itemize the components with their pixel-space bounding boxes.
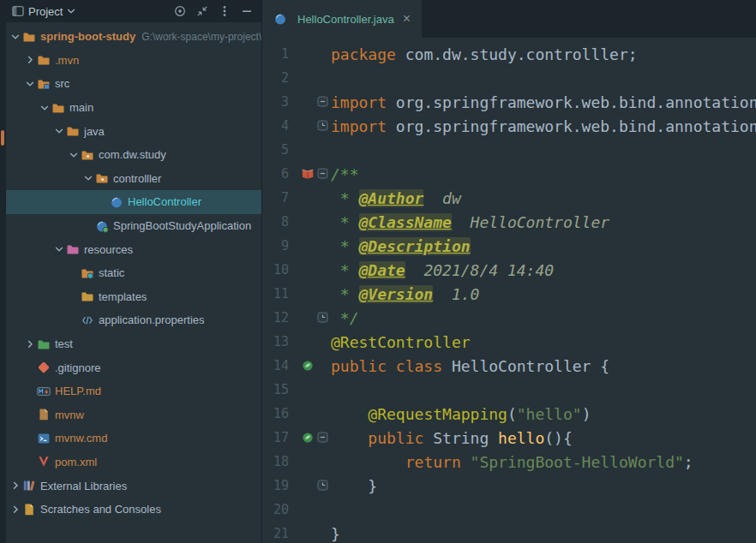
hide-panel-icon[interactable]	[236, 2, 258, 21]
code-token: org.springframework.web.bind.annotation	[396, 117, 756, 135]
code-line-9[interactable]: 9 * @Description	[262, 234, 756, 258]
tree-item-main[interactable]: main	[6, 96, 261, 120]
code-line-21[interactable]: 21}	[262, 522, 756, 543]
tree-item-src[interactable]: src	[6, 72, 261, 96]
javadoc-book-icon[interactable]	[300, 167, 315, 181]
code-text[interactable]: * @Description	[331, 237, 756, 255]
chevron-down-icon[interactable]	[51, 124, 66, 138]
code-line-14[interactable]: 14public class HelloController {	[262, 354, 756, 378]
chevron-right-icon[interactable]	[22, 53, 37, 67]
line-number: 14	[262, 358, 300, 373]
chevron-right-icon[interactable]	[8, 503, 22, 516]
code-line-13[interactable]: 13@RestController	[262, 330, 756, 354]
fold-expanded-icon[interactable]	[315, 431, 331, 445]
code-line-2[interactable]: 2	[262, 66, 756, 90]
tree-item-application-properties[interactable]: application.properties	[6, 308, 261, 332]
code-line-6[interactable]: 6/**	[262, 162, 756, 186]
code-text[interactable]: * @ClassName HelloController	[331, 213, 756, 231]
chevron-right-icon[interactable]	[8, 479, 22, 492]
code-line-16[interactable]: 16 @RequestMapping("hello")	[262, 402, 756, 426]
chevron-down-icon[interactable]	[51, 242, 66, 256]
chevron-down-icon[interactable]	[8, 30, 22, 44]
tree-item-pom-xml[interactable]: pom.xml	[6, 451, 261, 474]
chevron-spacer	[66, 289, 81, 303]
close-icon[interactable]: ×	[403, 12, 411, 26]
line-number: 16	[262, 406, 300, 421]
fold-end-icon[interactable]	[315, 311, 331, 325]
fold-expanded-icon[interactable]	[315, 167, 331, 181]
code-line-19[interactable]: 19 }	[262, 474, 756, 498]
tree-item-com-dw-study[interactable]: com.dw.study	[6, 143, 261, 167]
tree-item-templates[interactable]: templates	[6, 285, 261, 309]
tree-item-spring-boot-study[interactable]: spring-boot-studyG:\work-space\my-projec…	[6, 25, 261, 49]
project-panel-header: Project	[6, 0, 261, 22]
code-line-12[interactable]: 12 */	[262, 306, 756, 330]
code-text[interactable]: * @Date 2021/8/4 14:40	[331, 261, 756, 279]
code-line-8[interactable]: 8 * @ClassName HelloController	[262, 210, 756, 234]
collapse-all-icon[interactable]	[191, 2, 213, 21]
tree-item-test[interactable]: test	[6, 332, 261, 356]
chevron-down-icon[interactable]	[22, 77, 37, 91]
code-line-3[interactable]: 3import org.springframework.web.bind.ann…	[262, 90, 756, 114]
libraries-icon	[22, 479, 36, 492]
tree-item-springbootstudyapplication[interactable]: SpringBootStudyApplication	[6, 214, 261, 238]
fold-end-icon[interactable]	[315, 479, 331, 492]
tree-item-resources[interactable]: resources	[6, 237, 261, 261]
chevron-down-icon[interactable]	[66, 148, 81, 162]
more-options-icon[interactable]	[213, 2, 236, 21]
tree-item-mvnw[interactable]: mvnw	[6, 403, 261, 427]
code-text[interactable]: * @Version 1.0	[331, 285, 756, 303]
code-text[interactable]: * @Author dw	[331, 189, 756, 207]
code-line-7[interactable]: 7 * @Author dw	[262, 186, 756, 210]
tree-item-controlller[interactable]: controlller	[6, 167, 261, 191]
tree-item-label: resources	[84, 243, 133, 256]
tree-item-scratches-and-consoles[interactable]: Scratches and Consoles	[6, 498, 261, 522]
code-line-10[interactable]: 10 * @Date 2021/8/4 14:40	[262, 258, 756, 282]
folder-icon	[66, 124, 80, 138]
tree-item-mvn[interactable]: .mvn	[6, 49, 261, 73]
code-text[interactable]: public class HelloController {	[331, 357, 756, 375]
folder-icon	[22, 30, 36, 44]
chevron-right-icon[interactable]	[22, 337, 37, 351]
tree-item-mvnw-cmd[interactable]: mvnw.cmd	[6, 427, 261, 451]
code-text[interactable]: import org.springframework.web.bind.anno…	[331, 117, 756, 135]
project-view-selector[interactable]: Project	[27, 4, 80, 18]
code-line-1[interactable]: 1package com.dw.study.controlller;	[262, 42, 756, 66]
code-text[interactable]: @RequestMapping("hello")	[331, 405, 756, 423]
code-text[interactable]: package com.dw.study.controlller;	[331, 45, 756, 63]
tree-item-gitignore[interactable]: .gitignore	[6, 355, 261, 379]
code-text[interactable]: }	[331, 477, 756, 495]
code-line-20[interactable]: 20	[262, 498, 756, 522]
editor-tab-hellocontroller-java[interactable]: HelloController.java ×	[262, 0, 422, 38]
code-text[interactable]: /**	[331, 165, 756, 183]
line-number: 20	[262, 502, 300, 517]
chevron-down-icon[interactable]	[37, 101, 51, 115]
tree-item-hellocontroller[interactable]: HelloController	[6, 190, 261, 214]
code-line-15[interactable]: 15	[262, 378, 756, 402]
code-line-17[interactable]: 17 public String hello(){	[262, 426, 756, 450]
code-editor[interactable]: 1package com.dw.study.controlller;23impo…	[262, 38, 756, 543]
tree-item-label: Scratches and Consoles	[40, 503, 161, 516]
code-text[interactable]: public String hello(){	[331, 429, 756, 447]
code-line-11[interactable]: 11 * @Version 1.0	[262, 282, 756, 306]
locate-icon[interactable]	[169, 2, 191, 21]
code-line-5[interactable]: 5	[262, 138, 756, 162]
tree-item-label: pom.xml	[55, 456, 97, 468]
chevron-spacer	[81, 219, 95, 233]
code-line-18[interactable]: 18 return "SpringBoot-HelloWorld";	[262, 450, 756, 474]
spring-bean-icon[interactable]	[300, 359, 315, 373]
chevron-down-icon[interactable]	[81, 171, 95, 185]
code-text[interactable]: */	[331, 309, 756, 327]
code-text[interactable]: return "SpringBoot-HelloWorld";	[331, 453, 756, 471]
tree-item-java[interactable]: java	[6, 119, 261, 143]
tree-item-help-md[interactable]: HELP.md	[6, 379, 261, 403]
tree-item-external-libraries[interactable]: External Libraries	[6, 474, 261, 498]
code-text[interactable]: @RestController	[331, 333, 756, 351]
code-text[interactable]: }	[331, 525, 756, 543]
tree-item-static[interactable]: static	[6, 261, 261, 285]
code-line-4[interactable]: 4import org.springframework.web.bind.ann…	[262, 114, 756, 138]
fold-expanded-icon[interactable]	[315, 95, 331, 109]
spring-bean-icon[interactable]	[300, 431, 315, 445]
fold-end-icon[interactable]	[315, 119, 331, 133]
code-text[interactable]: import org.springframework.web.bind.anno…	[331, 93, 756, 111]
